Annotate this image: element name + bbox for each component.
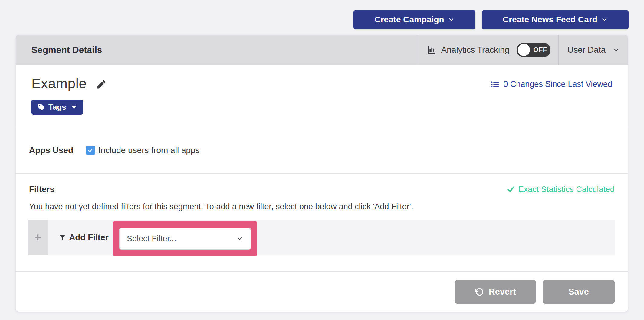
create-campaign-label: Create Campaign <box>374 15 444 24</box>
include-all-apps-label: Include users from all apps <box>98 145 200 155</box>
card-footer: Revert Save <box>16 271 628 312</box>
check-icon <box>87 147 94 153</box>
create-news-feed-card-button[interactable]: Create News Feed Card <box>482 10 629 29</box>
tags-button-label: Tags <box>48 103 66 112</box>
edit-pencil-icon[interactable] <box>96 79 107 90</box>
tags-button[interactable]: Tags <box>31 100 83 115</box>
include-all-apps-checkbox[interactable] <box>86 146 95 155</box>
segment-name: Example <box>31 75 87 92</box>
tag-icon <box>38 103 45 111</box>
check-icon <box>507 185 515 193</box>
analytics-tracking-toggle[interactable]: OFF <box>517 43 550 57</box>
create-campaign-button[interactable]: Create Campaign <box>353 10 475 29</box>
page-title: Segment Details <box>16 35 418 65</box>
analytics-tracking-section: Analytics Tracking OFF <box>418 35 558 65</box>
save-button[interactable]: Save <box>543 280 615 304</box>
select-filter-dropdown[interactable]: Select Filter... <box>119 228 251 250</box>
segment-title-section: Example Tags 0 Changes Since Last View <box>16 65 628 127</box>
apps-used-section: Apps Used Include users from all apps <box>16 127 628 173</box>
add-filter-label: Add Filter <box>69 233 109 242</box>
chevron-down-icon <box>601 16 608 23</box>
user-data-dropdown[interactable]: User Data <box>558 35 628 65</box>
chevron-down-icon <box>613 47 619 53</box>
select-filter-placeholder: Select Filter... <box>127 234 176 243</box>
filters-header-row: Filters Exact Statistics Calculated <box>29 184 615 194</box>
card-header: Segment Details Analytics Tracking OFF U… <box>16 35 628 65</box>
bar-chart-icon <box>426 45 436 55</box>
chevron-down-icon <box>236 235 243 242</box>
revert-button-label: Revert <box>489 287 516 297</box>
chevron-down-icon <box>448 16 455 23</box>
filter-funnel-icon <box>59 234 66 241</box>
revert-button[interactable]: Revert <box>455 280 536 304</box>
list-icon <box>491 80 500 89</box>
save-button-label: Save <box>568 287 589 297</box>
apps-used-label: Apps Used <box>29 145 86 155</box>
create-news-feed-card-label: Create News Feed Card <box>503 15 597 24</box>
add-filter-plus-button[interactable] <box>28 220 48 255</box>
add-filter-label-group: Add Filter <box>59 220 109 255</box>
exact-statistics-status: Exact Statistics Calculated <box>507 185 615 194</box>
analytics-tracking-label: Analytics Tracking <box>441 45 510 55</box>
filters-description: You have not yet defined filters for thi… <box>29 202 615 211</box>
plus-icon <box>34 233 42 241</box>
caret-down-icon <box>71 106 77 109</box>
exact-statistics-label: Exact Statistics Calculated <box>518 185 615 194</box>
highlight-annotation-box: Select Filter... <box>113 221 257 256</box>
filters-section: Filters Exact Statistics Calculated You … <box>16 173 628 271</box>
add-filter-row: Add Filter Select Filter... <box>28 220 615 255</box>
segment-details-card: Segment Details Analytics Tracking OFF U… <box>16 35 628 312</box>
segment-details-page: Create Campaign Create News Feed Card Se… <box>0 0 644 320</box>
changes-link-label: 0 Changes Since Last Viewed <box>503 80 612 89</box>
changes-since-last-viewed-link[interactable]: 0 Changes Since Last Viewed <box>491 80 612 89</box>
filters-title: Filters <box>29 184 54 194</box>
toggle-state-label: OFF <box>533 46 547 54</box>
revert-rotate-icon <box>475 287 484 296</box>
toggle-knob <box>518 44 530 56</box>
user-data-label: User Data <box>567 45 606 55</box>
